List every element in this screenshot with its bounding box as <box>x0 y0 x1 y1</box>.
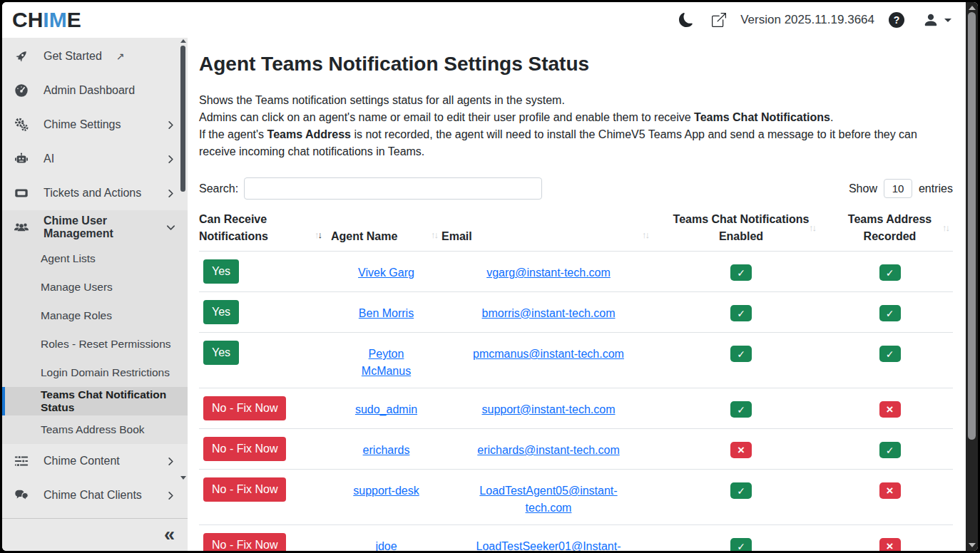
agent-name-link[interactable]: support-desk <box>353 485 419 497</box>
sidebar-item-teams-address-book[interactable]: Teams Address Book <box>2 415 188 444</box>
chime-logo[interactable]: CHIME <box>12 9 81 31</box>
chevron-right-icon <box>165 188 176 199</box>
can-receive-status-button[interactable]: Yes <box>203 341 239 365</box>
agent-name-link[interactable]: erichards <box>363 444 410 456</box>
agent-name-link[interactable]: Ben Morris <box>359 307 414 319</box>
agent-email-link[interactable]: bmorris@instant-tech.com <box>482 307 616 319</box>
table-header-row: Can Receive Notifications ↑↓ Agent Name … <box>199 211 953 252</box>
notifications-enabled-badge <box>730 538 752 551</box>
sidebar-item-teams-chat-notification-status[interactable]: Teams Chat Notification Status <box>2 387 188 415</box>
agent-email-link[interactable]: support@instant-tech.com <box>482 403 616 415</box>
notifications-enabled-badge <box>730 264 752 281</box>
sidebar-item-chime-settings[interactable]: Chime Settings <box>2 108 188 142</box>
chevron-right-icon <box>165 490 176 501</box>
sidebar-item-login-domain-restrictions[interactable]: Login Domain Restrictions <box>2 358 188 387</box>
agent-name-link[interactable]: Peyton McManus <box>362 348 411 377</box>
sidebar-item-roles-reset-permissions[interactable]: Roles - Reset Permissions <box>2 330 188 358</box>
can-receive-status-button[interactable]: Yes <box>203 300 239 324</box>
sidebar-item-label: Teams Address Book <box>41 423 145 436</box>
sort-icon: ↑↓ <box>431 227 437 244</box>
can-receive-status-button[interactable]: No - Fix Now <box>203 396 286 420</box>
scrollbar-thumb[interactable] <box>180 46 185 192</box>
sidebar-item-ai[interactable]: AI <box>2 142 188 176</box>
gears-icon <box>12 117 31 133</box>
scrollbar-thumb[interactable] <box>968 12 976 440</box>
column-header-can-receive-notifications[interactable]: Can Receive Notifications ↑↓ <box>199 211 331 245</box>
address-recorded-badge <box>879 346 901 362</box>
sidebar-collapse-button[interactable]: « <box>164 525 175 544</box>
sidebar-item-chime-user-management[interactable]: Chime User Management <box>2 210 188 244</box>
sidebar: Get Started ↗ Admin Dashboard Chime <box>2 38 188 551</box>
sidebar-item-agent-lists[interactable]: Agent Lists <box>2 244 188 273</box>
agent-email-link[interactable]: LoadTestSeeker01@Instant- <box>476 540 621 551</box>
sidebar-item-manage-roles[interactable]: Manage Roles <box>2 301 188 330</box>
table-row: No - Fix Now jdoe LoadTestSeeker01@Insta… <box>199 525 953 551</box>
show-entries-control: Show 10 entries <box>849 179 953 198</box>
logo-text-dark: CH <box>12 8 43 31</box>
agent-name-link[interactable]: Vivek Garg <box>358 267 414 279</box>
sidebar-item-label: Chime Chat Clients <box>44 489 142 502</box>
scroll-down-arrow[interactable] <box>180 476 186 480</box>
scroll-up-arrow[interactable] <box>969 6 976 10</box>
version-label: Version 2025.11.19.3664 <box>740 13 874 27</box>
chevron-right-icon <box>165 120 176 130</box>
address-recorded-badge <box>879 305 901 321</box>
agents-table: Can Receive Notifications ↑↓ Agent Name … <box>199 211 953 551</box>
column-header-teams-address-recorded[interactable]: Teams Address Recorded ↑↓ <box>827 211 953 245</box>
address-recorded-badge <box>879 482 901 499</box>
sort-icon: ↑↓ <box>809 219 815 237</box>
column-header-teams-chat-notifications-enabled[interactable]: Teams Chat Notifications Enabled ↑↓ <box>655 211 827 245</box>
sidebar-item-label: AI <box>44 153 54 165</box>
robot-icon <box>12 151 31 167</box>
sidebar-item-label: Agent Lists <box>41 252 96 265</box>
agent-name-link[interactable]: sudo_admin <box>355 403 417 415</box>
column-header-agent-name[interactable]: Agent Name ↑↓ <box>331 228 441 245</box>
logo-text-dark2: E <box>67 8 81 31</box>
chat-bubbles-icon <box>12 487 31 503</box>
scroll-up-arrow[interactable] <box>180 39 186 43</box>
can-receive-status-button[interactable]: No - Fix Now <box>203 533 286 551</box>
can-receive-status-button[interactable]: No - Fix Now <box>203 437 286 461</box>
chevron-right-icon <box>165 456 176 467</box>
table-row: Yes Ben Morris bmorris@instant-tech.com <box>199 292 953 333</box>
agent-email-link[interactable]: erichards@instant-tech.com <box>477 444 619 456</box>
open-external-window-icon[interactable] <box>712 13 726 27</box>
sidebar-item-admin-dashboard[interactable]: Admin Dashboard <box>2 73 188 108</box>
sidebar-item-label: Manage Roles <box>41 309 112 322</box>
sidebar-item-label: Admin Dashboard <box>44 84 135 97</box>
sidebar-item-label: Login Domain Restrictions <box>41 366 170 379</box>
sidebar-item-chime-content[interactable]: Chime Content <box>2 444 188 478</box>
chevron-down-icon <box>165 222 176 233</box>
sidebar-scrollbar <box>180 39 187 484</box>
page-size-select[interactable]: 10 <box>884 179 912 198</box>
agent-name-link[interactable]: jdoe <box>375 540 397 551</box>
dark-mode-moon-icon[interactable] <box>679 13 693 27</box>
sidebar-item-label: Tickets and Actions <box>44 187 141 200</box>
sidebar-nav: Get Started ↗ Admin Dashboard Chime <box>2 38 188 518</box>
can-receive-status-button[interactable]: Yes <box>203 259 239 284</box>
app-window: CHIME Version 2025.11.19.3664 ? <box>2 2 978 551</box>
agent-email-link[interactable]: vgarg@instant-tech.com <box>486 267 611 279</box>
rocket-icon <box>12 48 31 64</box>
sidebar-item-manage-users[interactable]: Manage Users <box>2 273 188 301</box>
sidebar-item-get-started[interactable]: Get Started ↗ <box>2 39 188 73</box>
sidebar-item-label: Chime Content <box>44 455 120 467</box>
sort-icon: ↑↓ <box>642 227 648 244</box>
sidebar-item-chime-chat-clients[interactable]: Chime Chat Clients <box>2 478 188 512</box>
description-line-1: Shows the Teams notification settings st… <box>199 92 953 109</box>
show-entries-suffix: entries <box>919 182 953 195</box>
address-recorded-badge <box>879 401 901 418</box>
scroll-down-arrow[interactable] <box>969 543 976 547</box>
user-menu[interactable] <box>923 12 951 28</box>
agent-email-link[interactable]: LoadTestAgent05@instant-tech.com <box>479 485 617 514</box>
search-input[interactable] <box>244 177 542 200</box>
can-receive-status-button[interactable]: No - Fix Now <box>203 477 286 502</box>
notifications-enabled-badge <box>730 482 752 499</box>
sidebar-item-tickets-and-actions[interactable]: Tickets and Actions <box>2 176 188 210</box>
help-icon[interactable]: ? <box>889 12 904 28</box>
column-header-email[interactable]: Email ↑↓ <box>441 228 655 245</box>
show-entries-prefix: Show <box>849 182 877 195</box>
sidebar-item-label: Chime User Management <box>44 215 153 240</box>
table-controls: Search: Show 10 entries <box>199 177 953 200</box>
agent-email-link[interactable]: pmcmanus@instant-tech.com <box>473 348 624 360</box>
